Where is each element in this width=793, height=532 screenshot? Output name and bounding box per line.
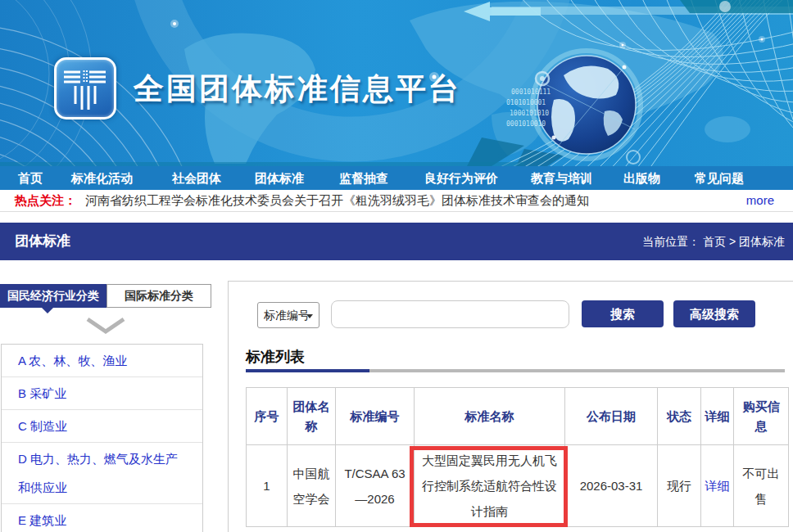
svg-text:0001010010: 0001010010 [506, 120, 546, 128]
column-header-date: 公布日期 [565, 388, 658, 445]
cell-seq: 1 [247, 445, 288, 527]
column-header-code: 标准编号 [336, 388, 415, 445]
svg-text:0101010001: 0101010001 [506, 99, 546, 106]
active-tab-pointer [42, 308, 53, 313]
tab-international-standard-classification[interactable]: 国际标准分类 [106, 284, 211, 308]
detail-link[interactable]: 详细 [705, 479, 730, 493]
annotation-highlight-box [410, 446, 568, 527]
column-header-seq: 序号 [247, 388, 288, 445]
hot-topics-label: 热点关注： [15, 190, 76, 211]
cell-detail: 详细 [701, 445, 734, 527]
category-item-e-construction[interactable]: E 建筑业 [2, 504, 202, 532]
nav-item-supervision[interactable]: 监督抽查 [339, 166, 388, 190]
svg-text:0001010111: 0001010111 [511, 88, 551, 96]
main-nav: 首页 标准化活动 社会团体 团体标准 监督抽查 良好行为评价 教育与培训 出版物… [0, 166, 793, 190]
breadcrumb-separator: > [729, 235, 739, 248]
column-header-detail: 详细 [701, 388, 734, 445]
hot-topic-headline-link[interactable]: 河南省纺织工程学会标准化技术委员会关于召开《粗洗羽绒羽毛》团体标准技术审查会的通… [85, 190, 589, 211]
hot-topics-bar: 热点关注： 河南省纺织工程学会标准化技术委员会关于召开《粗洗羽绒羽毛》团体标准技… [0, 190, 793, 212]
list-title-rule [246, 369, 785, 372]
search-button[interactable]: 搜索 [582, 300, 664, 327]
cell-status: 现行 [658, 445, 701, 527]
tab-national-economy-classification[interactable]: 国民经济行业分类 [0, 284, 106, 308]
search-field-selector-value: 标准编号 [264, 309, 310, 322]
breadcrumb: 当前位置： 首页 > 团体标准 [642, 223, 785, 260]
svg-text:1000101010: 1000101010 [510, 110, 549, 117]
cell-standard-code: T/CSAA 63 —2026 [336, 445, 415, 527]
page-title: 团体标准 [15, 223, 70, 260]
nav-item-group-standards[interactable]: 团体标准 [255, 166, 304, 190]
column-header-org: 团体名称 [288, 388, 336, 445]
search-field-selector[interactable]: 标准编号 [257, 302, 319, 328]
advanced-search-button[interactable]: 高级搜索 [673, 300, 755, 327]
category-item-b-mining[interactable]: B 采矿业 [2, 377, 202, 410]
table-header-row: 序号 团体名称 标准编号 标准名称 公布日期 状态 详细 购买信息 [247, 388, 789, 445]
nav-item-publications[interactable]: 出版物 [623, 166, 660, 190]
nav-item-standardization-activities[interactable]: 标准化活动 [71, 166, 133, 190]
category-item-d-utilities[interactable]: D 电力、热力、燃气及水生产和供应业 [2, 443, 202, 504]
category-item-a-agriculture[interactable]: A 农、林、牧、渔业 [2, 345, 202, 377]
breadcrumb-home-link[interactable]: 首页 [703, 235, 726, 248]
nav-item-faq[interactable]: 常见问题 [695, 166, 744, 190]
breadcrumb-current-link[interactable]: 团体标准 [739, 235, 785, 248]
page-title-band: 团体标准 当前位置： 首页 > 团体标准 [0, 223, 793, 260]
select-chevron-icon [306, 314, 313, 318]
breadcrumb-label: 当前位置： [642, 235, 700, 248]
chevron-down-icon [85, 317, 126, 335]
site-title: 全国团体标准信息平台 [134, 69, 461, 110]
cell-publish-date: 2026-03-31 [565, 445, 658, 527]
nav-item-education[interactable]: 教育与培训 [531, 166, 592, 190]
site-logo[interactable] [54, 57, 116, 119]
group-standard-platform-page: 0001010111 0101010001 1000101010 0001010… [0, 0, 793, 532]
column-header-purchase: 购买信息 [734, 388, 789, 445]
standards-list-title: 标准列表 [246, 347, 305, 367]
category-item-c-manufacturing[interactable]: C 制造业 [2, 410, 202, 443]
more-link[interactable]: more [746, 190, 774, 211]
column-header-status: 状态 [658, 388, 701, 445]
nav-item-home[interactable]: 首页 [18, 166, 43, 190]
top-right-band [680, 0, 793, 13]
column-header-name: 标准名称 [415, 388, 565, 445]
cell-purchase-info: 不可出售 [734, 445, 789, 527]
cell-org: 中国航空学会 [288, 445, 336, 527]
nav-item-social-groups[interactable]: 社会团体 [172, 166, 221, 190]
industry-category-list: A 农、林、牧、渔业 B 采矿业 C 制造业 D 电力、热力、燃气及水生产和供应… [1, 344, 203, 532]
nav-item-good-behavior[interactable]: 良好行为评价 [424, 166, 498, 190]
site-banner: 0001010111 0101010001 1000101010 0001010… [0, 0, 793, 166]
search-input[interactable] [331, 300, 569, 328]
